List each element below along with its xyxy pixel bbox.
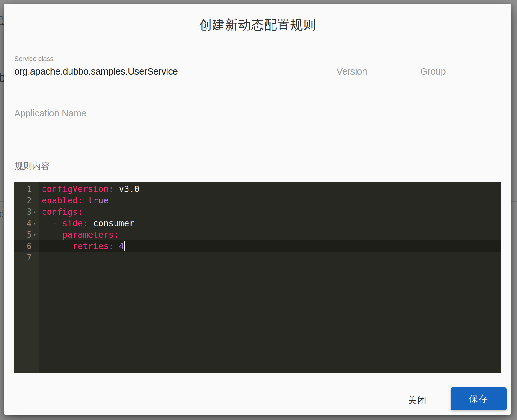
code-token: consumer: [88, 218, 134, 228]
line-number: 5▾: [14, 229, 39, 240]
indent-guide: [62, 241, 62, 251]
dialog-title: 创建新动态配置规则: [4, 16, 511, 34]
close-button[interactable]: 关闭: [398, 390, 436, 410]
editor-line[interactable]: 5▾ parameters:: [14, 229, 501, 240]
line-number: 4▾: [14, 218, 39, 229]
service-class-input[interactable]: [14, 66, 334, 80]
code-line-content: parameters:: [39, 229, 501, 240]
line-number: 3▾: [14, 206, 39, 218]
code-line-content: configs:: [39, 206, 501, 218]
fold-arrow-icon[interactable]: ▾: [32, 206, 37, 218]
code-line-content: configVersion: v3.0: [39, 183, 501, 195]
editor-line[interactable]: 3▾configs:: [14, 206, 501, 218]
editor-lines: 1configVersion: v3.02enabled: true3▾conf…: [14, 183, 501, 263]
code-line-content: enabled: true: [39, 195, 501, 206]
line-number: 6: [14, 240, 39, 252]
code-token: [83, 195, 88, 205]
code-token: enabled:: [42, 195, 83, 205]
text-cursor: [124, 241, 125, 251]
editor-line[interactable]: 7: [14, 252, 501, 263]
create-rule-dialog: 创建新动态配置规则 Service class 规则内容 1configVers…: [4, 4, 511, 415]
code-line-content: - side: consumer: [39, 218, 501, 229]
yaml-code-editor[interactable]: 1configVersion: v3.02enabled: true3▾conf…: [14, 182, 501, 373]
editor-line[interactable]: 4▾ - side: consumer: [14, 218, 501, 229]
code-line-content: [39, 252, 501, 263]
group-input[interactable]: [420, 66, 502, 80]
indent-guide: [52, 230, 52, 240]
code-token: retries:: [42, 241, 114, 251]
line-number: 2: [14, 195, 39, 206]
code-token: 4: [119, 241, 124, 251]
code-token: configs:: [42, 207, 83, 217]
fold-arrow-icon[interactable]: ▾: [32, 229, 37, 240]
code-token: true: [88, 195, 108, 205]
indent-guide: [52, 241, 52, 251]
rule-content-label: 规则内容: [14, 160, 50, 172]
editor-line[interactable]: 1configVersion: v3.0: [14, 183, 501, 195]
line-number: 7: [14, 252, 39, 263]
code-token: configVersion:: [42, 184, 114, 194]
application-name-input[interactable]: [14, 108, 502, 122]
code-token: [114, 241, 119, 251]
fold-arrow-icon[interactable]: ▾: [32, 218, 37, 229]
code-token: - side:: [42, 218, 88, 228]
code-token: parameters:: [42, 230, 119, 240]
editor-line[interactable]: 2enabled: true: [14, 195, 501, 206]
service-class-label: Service class: [14, 55, 54, 62]
save-button[interactable]: 保存: [451, 387, 507, 410]
code-token: v3.0: [114, 184, 140, 194]
code-line-content: retries: 4: [39, 240, 501, 252]
line-number: 1: [14, 183, 39, 195]
version-input[interactable]: [337, 66, 418, 80]
editor-line[interactable]: 6 retries: 4: [14, 240, 501, 252]
